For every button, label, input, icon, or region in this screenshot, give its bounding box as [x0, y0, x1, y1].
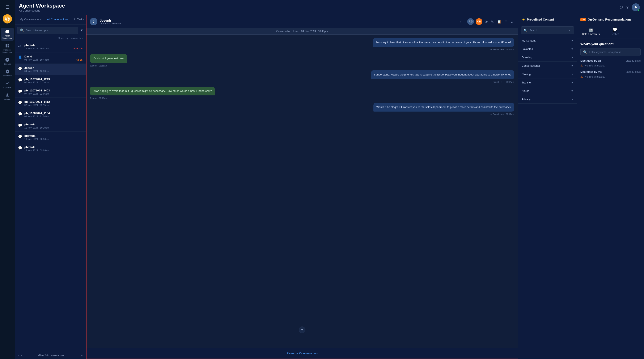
- sorted-label: Sorted by response time: [15, 36, 86, 41]
- msg-group: I was hoping to avoid that, but I guess …: [90, 87, 514, 99]
- info-button[interactable]: ✓: [458, 19, 463, 24]
- replies-icon: 💬: [612, 27, 617, 32]
- conv-name: pb_11082024_1154: [24, 112, 82, 115]
- ondemand-search-input[interactable]: [589, 51, 638, 54]
- main-area: Agent Workspace All Conversations ⬡ ? A …: [15, 0, 644, 359]
- category-greeting[interactable]: Greeting ▼: [518, 53, 577, 62]
- help-icon[interactable]: ?: [626, 5, 628, 10]
- conv-badge: -6d 8h: [76, 58, 82, 61]
- predefined-search-input[interactable]: [530, 29, 566, 32]
- chat-messages: I'm sorry to hear that. It sounds like t…: [86, 34, 518, 348]
- agent-message: I'm sorry to hear that. It sounds like t…: [373, 38, 514, 47]
- tab-ai-tasks[interactable]: AI Tasks: [71, 15, 86, 24]
- conv-item[interactable]: 💬 pb_11072024_1412 07 Nov. 2024 - 02:15p…: [15, 98, 86, 109]
- menu-icon[interactable]: ☰: [3, 2, 11, 12]
- predefined-more-button[interactable]: ⋮: [568, 28, 572, 33]
- ondemand-tabs: 🤖 Bots & Answers | 💬 Replies: [577, 24, 644, 39]
- chevron-icon: ▼: [571, 39, 574, 42]
- category-transfer[interactable]: Transfer ▼: [518, 78, 577, 87]
- tab-replies[interactable]: 💬 Replies: [609, 26, 621, 36]
- chat-header-info: Joseph Linn Auto Dealership: [100, 19, 456, 25]
- prev-page-button[interactable]: ‹: [21, 354, 22, 357]
- notes-button[interactable]: 📋: [496, 19, 502, 24]
- search-icon: 🔍: [583, 50, 587, 54]
- first-page-button[interactable]: «: [18, 354, 20, 357]
- sidebar-item-engage[interactable]: Engage: [1, 56, 14, 67]
- msg-meta: ✦ Beulah ✦✦ | 01:12am: [490, 48, 514, 51]
- tab-my-conversations[interactable]: My Conversations: [17, 15, 44, 24]
- sidebar-item-optimize[interactable]: Optimize: [1, 79, 14, 90]
- section-title: Most used by me: [580, 70, 602, 73]
- contact-avatar: J: [90, 18, 98, 25]
- sidebar-item-label: Engage: [4, 63, 11, 65]
- chevron-icon: ▼: [571, 48, 574, 50]
- filter-button[interactable]: ▼: [80, 28, 83, 32]
- chat-footer: Resume Conversation: [86, 348, 518, 359]
- category-conversational[interactable]: Conversational ▼: [518, 62, 577, 70]
- app-logo: [3, 14, 12, 23]
- conv-item-active[interactable]: 💬 Joseph 04 Nov. 2024 - 10:39pm: [15, 64, 86, 75]
- ondemand-body: What's your question? 🔍 Most used by all…: [577, 39, 644, 359]
- conv-name: pbattula: [24, 134, 82, 137]
- conv-time: 16 Nov. 2024 - 08:56am: [24, 138, 49, 140]
- category-abuse[interactable]: Abuse ▼: [518, 87, 577, 95]
- ondemand-search-box[interactable]: 🔍: [580, 48, 641, 56]
- conv-time: 07 Nov. 2024 - 02:05pm: [24, 92, 49, 95]
- conv-time: 04 Nov. 2024 - 10:43pm: [24, 58, 49, 61]
- predefined-search-box[interactable]: 🔍 ⋮: [521, 26, 574, 34]
- section-meta: Last 30 days: [626, 59, 641, 62]
- more-button[interactable]: ⊕: [510, 19, 514, 24]
- resume-conversation-button[interactable]: Resume Conversation: [286, 352, 318, 355]
- most-used-me-section: Most used by me Last 30 days ⚠ No info a…: [580, 70, 641, 78]
- scroll-down-button[interactable]: ▼: [299, 327, 306, 333]
- header: Agent Workspace All Conversations ⬡ ? A: [15, 0, 644, 15]
- category-favorites[interactable]: Favorites ▼: [518, 45, 577, 53]
- no-info-all: ⚠ No info available.: [580, 64, 641, 67]
- sidebar-item-manager-workspace[interactable]: Manager Workspace: [1, 42, 14, 55]
- chevron-icon: ▼: [571, 98, 574, 101]
- page-subtitle: All Conversations: [19, 9, 616, 12]
- conv-item[interactable]: 💬 pb_11082024_1154 08 Nov. 2024 - 11:54a…: [15, 109, 86, 120]
- msg-group: Would it be alright if I transfer you to…: [90, 103, 514, 115]
- conv-time: 08 Nov. 2024 - 11:54am: [24, 115, 49, 118]
- sidebar-item-label: Agent Workspace: [2, 34, 13, 39]
- or-button[interactable]: OR: [476, 18, 482, 25]
- sidebar-item-manage[interactable]: Manage: [1, 91, 14, 102]
- search-box[interactable]: 🔍: [17, 27, 78, 34]
- sidebar-item-automate[interactable]: Automate: [1, 67, 14, 78]
- conv-time: 11 Nov. 2024 - 10:20pm: [24, 126, 49, 129]
- ondemand-header: OR On-Demand Recommendations: [577, 15, 644, 24]
- conv-item[interactable]: 💬 pb_11072024_1243 07 Nov. 2024 - 01:10p…: [15, 75, 86, 86]
- conv-time: 16 Nov. 2024 - 10:51am: [24, 47, 49, 50]
- msg-meta: Joseph | 01:16am: [90, 97, 107, 99]
- layout-button[interactable]: ⊞: [504, 19, 508, 24]
- conv-item[interactable]: 💬 pbattula 16 Nov. 2024 - 09:03am: [15, 143, 86, 154]
- predefined-category-list: My Content ▼ Favorites ▼ Greeting ▼ Conv…: [518, 36, 577, 359]
- conv-item[interactable]: 💬 pbattula 11 Nov. 2024 - 10:20pm: [15, 120, 86, 132]
- msg-group: I'm sorry to hear that. It sounds like t…: [90, 38, 514, 51]
- history-button[interactable]: ⟳: [484, 19, 488, 24]
- tab-bots-answers[interactable]: 🤖 Bots & Answers: [580, 26, 602, 36]
- category-closing[interactable]: Closing ▼: [518, 70, 577, 78]
- edit-button[interactable]: ✎: [490, 19, 494, 24]
- category-privacy[interactable]: Privacy ▼: [518, 95, 577, 104]
- conv-item[interactable]: ⇄ pbattula 16 Nov. 2024 - 10:51am -17d 1…: [15, 41, 86, 52]
- conv-item[interactable]: 💬 pb_11072024_1403 07 Nov. 2024 - 02:05p…: [15, 86, 86, 98]
- category-my-content[interactable]: My Content ▼: [518, 36, 577, 45]
- layers-icon[interactable]: ⬡: [620, 5, 623, 10]
- ondemand-title: On-Demand Recommendations: [588, 18, 632, 21]
- conv-item[interactable]: 👤 David 04 Nov. 2024 - 10:43pm -6d 8h: [15, 52, 86, 64]
- sidebar-item-agent-workspace[interactable]: Agent Workspace: [1, 28, 14, 41]
- conv-item[interactable]: 💬 pbattula 16 Nov. 2024 - 08:56am: [15, 132, 86, 143]
- tab-all-conversations[interactable]: All Conversations: [44, 15, 71, 24]
- conv-name: pbattula: [24, 44, 82, 47]
- next-page-button[interactable]: ›: [78, 354, 79, 357]
- conv-name: Joseph: [24, 66, 82, 69]
- user-avatar[interactable]: A: [632, 3, 640, 11]
- search-input[interactable]: [26, 29, 76, 32]
- last-page-button[interactable]: »: [81, 354, 82, 357]
- agent-avatar-button[interactable]: AG: [467, 18, 474, 25]
- conv-time: 07 Nov. 2024 - 02:15pm: [24, 104, 49, 106]
- chat-icon: 💬: [18, 101, 22, 105]
- conv-time: 16 Nov. 2024 - 09:03am: [24, 149, 49, 152]
